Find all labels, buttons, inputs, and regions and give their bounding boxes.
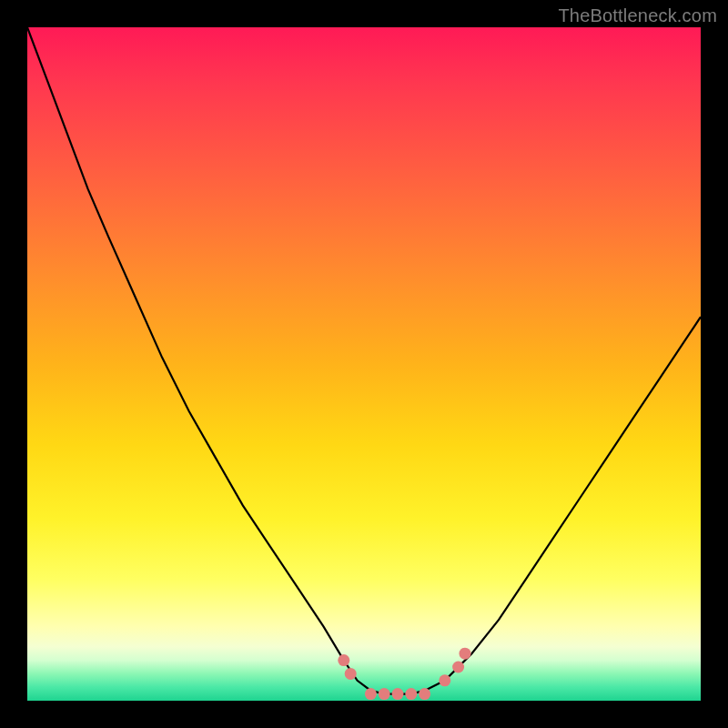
plot-area <box>27 27 701 701</box>
curve-marker <box>439 674 450 686</box>
chart-frame: TheBottleneck.com <box>0 0 728 728</box>
curve-marker <box>365 688 377 700</box>
curve-marker <box>460 648 471 660</box>
curve-marker <box>379 688 390 700</box>
curve-marker <box>405 688 417 700</box>
curve-marker <box>338 654 349 666</box>
curve-marker <box>419 688 430 700</box>
curve-marker <box>452 662 464 673</box>
watermark-text: TheBottleneck.com <box>558 5 717 26</box>
curve-marker <box>392 688 404 700</box>
bottleneck-curve <box>27 27 701 694</box>
curve-marker <box>345 668 357 680</box>
curve-layer <box>27 27 701 701</box>
